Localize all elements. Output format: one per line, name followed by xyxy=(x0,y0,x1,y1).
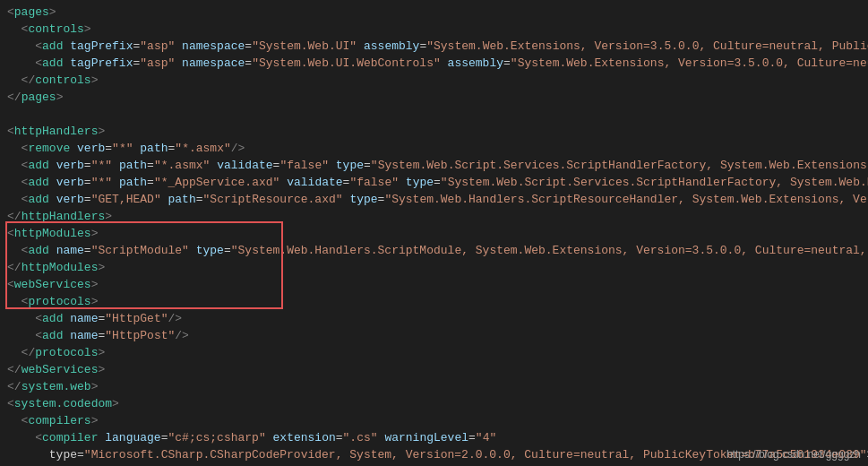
code-line: <pages> xyxy=(0,4,868,21)
code-line: <add tagPrefix="asp" namespace="System.W… xyxy=(0,55,868,72)
code-line: <httpHandlers> xyxy=(0,123,868,140)
code-line: <add tagPrefix="asp" namespace="System.W… xyxy=(0,38,868,55)
code-line: <compilers> xyxy=(0,412,868,429)
code-line: <system.codedom> xyxy=(0,395,868,412)
code-line xyxy=(0,106,868,123)
code-line: <webServices> xyxy=(0,276,868,293)
code-line: <add name="HttpPost"/> xyxy=(0,327,868,344)
code-line: </pages> xyxy=(0,89,868,106)
code-line: </system.web> xyxy=(0,378,868,395)
code-line: </httpModules> xyxy=(0,259,868,276)
code-line: <add verb="*" path="*_AppService.axd" va… xyxy=(0,174,868,191)
code-line: </controls> xyxy=(0,72,868,89)
watermark: https://blog.csdn.net/ggggzh xyxy=(726,448,861,461)
code-line: <remove verb="*" path="*.asmx"/> xyxy=(0,140,868,157)
code-line: </webServices> xyxy=(0,361,868,378)
code-line: <add verb="*" path="*.asmx" validate="fa… xyxy=(0,157,868,174)
code-line: </protocols> xyxy=(0,344,868,361)
code-line: <add name="HttpGet"/> xyxy=(0,310,868,327)
code-line: <add name="ScriptModule" type="System.We… xyxy=(0,242,868,259)
code-viewer: <pages> <controls> <add tagPrefix="asp" … xyxy=(0,0,868,466)
code-line: <httpModules> xyxy=(0,225,868,242)
code-line: <compiler language="c#;cs;csharp" extens… xyxy=(0,429,868,446)
code-line: <protocols> xyxy=(0,293,868,310)
code-line: </httpHandlers> xyxy=(0,208,868,225)
code-line: <add verb="GET,HEAD" path="ScriptResourc… xyxy=(0,191,868,208)
code-line: <controls> xyxy=(0,21,868,38)
